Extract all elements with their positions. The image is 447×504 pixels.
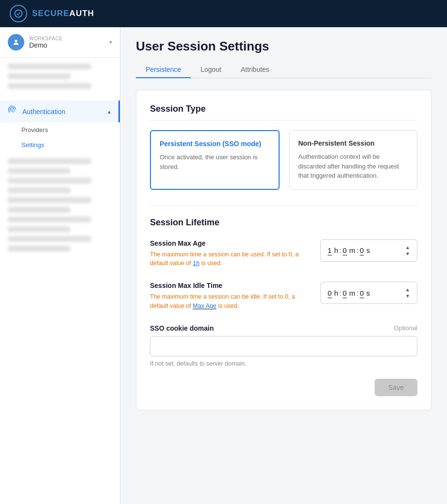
nav-section-authentication: Authentication ▴ Providers Settings [0, 101, 120, 152]
logo-text: SECUREAUTH [32, 9, 94, 18]
session-type-options: Persistent Session (SSO mode) Once activ… [150, 130, 417, 190]
settings-card: Session Type Persistent Session (SSO mod… [136, 90, 431, 410]
sso-cookie-domain-section: SSO cookie domain Optional If not set, d… [150, 324, 417, 367]
hours-value[interactable]: 1 [328, 246, 332, 255]
session-max-idle-value: 0 h:0 m:0 s [328, 289, 405, 297]
session-option-persistent[interactable]: Persistent Session (SSO mode) Once activ… [150, 130, 280, 190]
app-layout: WORKSPACE Demo ▾ [0, 27, 447, 504]
chevron-down-icon: ▾ [109, 39, 112, 46]
sidebar-item-authentication[interactable]: Authentication ▴ [0, 101, 120, 122]
page-title: User Session Settings [136, 39, 431, 54]
session-type-title: Session Type [150, 104, 417, 120]
sidebar-scroll: Authentication ▴ Providers Settings [0, 58, 120, 504]
svg-point-0 [15, 10, 22, 17]
sso-cookie-hint: If not set, defaults to server domain. [150, 360, 417, 367]
arrow-down-icon[interactable]: ▼ [405, 251, 410, 256]
session-max-age-value: 1 h:0 m:0 s [328, 246, 405, 254]
max-age-highlight: 1h [193, 260, 199, 267]
logo-area: SECUREAUTH [10, 5, 94, 22]
logo-icon [10, 5, 27, 22]
session-max-age-label: Session Max Age [150, 239, 311, 247]
workspace-icon [8, 34, 24, 50]
sso-cookie-label: SSO cookie domain [150, 324, 214, 332]
sso-header: SSO cookie domain Optional [150, 324, 417, 332]
non-persistent-session-title: Non-Persistent Session [298, 139, 409, 147]
session-max-age-spinner[interactable]: 1 h:0 m:0 s ▲ ▼ [320, 239, 417, 262]
sidebar-item-settings[interactable]: Settings [0, 137, 120, 152]
session-max-age-field: Session Max Age The maximum time a sessi… [150, 239, 417, 269]
sso-cookie-input[interactable] [150, 336, 417, 356]
max-idle-highlight: Max Age [193, 302, 216, 310]
session-max-age-desc: The maximum time a session can be used. … [150, 250, 311, 269]
tab-logout[interactable]: Logout [191, 62, 231, 78]
section-divider [150, 205, 417, 206]
sidebar-blurred-top [0, 58, 120, 99]
arrow-up-icon[interactable]: ▲ [405, 245, 410, 250]
main-content: User Session Settings Persistence Logout… [120, 27, 447, 504]
idle-minutes-value[interactable]: 0 [343, 289, 347, 298]
tabs: Persistence Logout Attributes [136, 62, 431, 78]
sso-optional-label: Optional [394, 324, 417, 332]
session-lifetime-title: Session Lifetime [150, 218, 417, 228]
workspace-label: WORKSPACE [29, 36, 104, 41]
minutes-value[interactable]: 0 [343, 246, 347, 255]
save-row: Save [150, 379, 417, 396]
idle-seconds-value[interactable]: 0 [360, 289, 364, 298]
sidebar: WORKSPACE Demo ▾ [0, 27, 120, 504]
session-max-idle-label: Session Max Idle Time [150, 282, 311, 289]
session-max-idle-field: Session Max Idle Time The maximum time a… [150, 282, 417, 311]
session-max-idle-info: Session Max Idle Time The maximum time a… [150, 282, 311, 311]
caret-up-icon: ▴ [108, 108, 111, 115]
idle-spinner-arrows[interactable]: ▲ ▼ [405, 287, 410, 299]
svg-point-1 [15, 40, 17, 42]
sidebar-blurred-bottom [0, 152, 120, 261]
spinner-arrows[interactable]: ▲ ▼ [405, 245, 410, 256]
idle-hours-value[interactable]: 0 [328, 289, 332, 298]
session-max-idle-desc: The maximum time a session can be idle. … [150, 292, 311, 311]
seconds-value[interactable]: 0 [360, 246, 364, 255]
session-max-age-info: Session Max Age The maximum time a sessi… [150, 239, 311, 269]
workspace-name: Demo [29, 41, 104, 49]
sidebar-item-auth-label: Authentication [22, 108, 103, 116]
non-persistent-session-desc: Authentication context will be discarded… [298, 152, 409, 181]
fingerprint-icon [8, 105, 17, 118]
idle-arrow-down-icon[interactable]: ▼ [405, 293, 410, 299]
persistent-session-title: Persistent Session (SSO mode) [160, 140, 270, 148]
tab-persistence[interactable]: Persistence [136, 62, 191, 78]
workspace-selector[interactable]: WORKSPACE Demo ▾ [0, 27, 120, 58]
tab-attributes[interactable]: Attributes [231, 62, 279, 78]
save-button[interactable]: Save [375, 379, 417, 396]
workspace-info: WORKSPACE Demo [29, 36, 104, 49]
session-option-non-persistent[interactable]: Non-Persistent Session Authentication co… [289, 130, 418, 190]
session-max-idle-spinner[interactable]: 0 h:0 m:0 s ▲ ▼ [320, 282, 417, 304]
persistent-session-desc: Once activated, the user session is stor… [160, 152, 270, 171]
topnav: SECUREAUTH [0, 0, 447, 27]
sidebar-item-providers[interactable]: Providers [0, 122, 120, 137]
idle-arrow-up-icon[interactable]: ▲ [405, 287, 410, 292]
